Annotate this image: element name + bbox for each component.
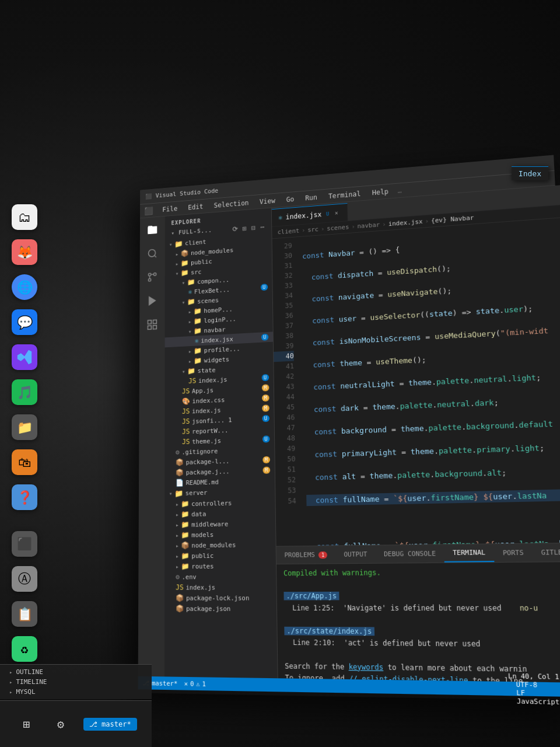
menu-file[interactable]: File — [158, 203, 181, 215]
finder-icon[interactable]: 🗂 — [12, 204, 37, 230]
file-src-indexjs-badge: M — [262, 404, 270, 411]
svg-rect-7 — [153, 320, 156, 324]
chat-icon[interactable]: 💬 — [12, 309, 37, 335]
folder-client-label: client — [185, 238, 206, 247]
errors-warnings-status[interactable]: ✕ 0 ⚠ 1 — [184, 680, 206, 688]
outline-item-mysql[interactable]: ▸ MYSQL — [5, 687, 147, 697]
folder-server-label: server — [186, 489, 207, 497]
menu-help[interactable]: Help — [368, 186, 393, 198]
tab-index-jsx-label: index.jsx — [286, 210, 322, 221]
left-dock: 🗂 🦊 🌐 💬 🎵 📁 🛍 ❓ ⬛ Ⓐ 📋 ♻ — [12, 204, 37, 662]
folder-routes[interactable]: ▸ 📁 routes — [164, 560, 276, 572]
tab-gitlens[interactable]: GITLENS — [532, 543, 560, 562]
appstore-icon[interactable]: 🛍 — [12, 449, 37, 475]
tab-close-button[interactable]: × — [332, 209, 341, 217]
error-count: 0 — [190, 680, 194, 688]
clipboard-icon[interactable]: 📋 — [12, 601, 37, 627]
terminal-icon[interactable]: ⬛ — [12, 531, 37, 557]
breadcrumb-navbar: navbar — [357, 221, 380, 230]
terminal-content: Compiled with warnings. ./src/App.js Lin… — [276, 561, 560, 683]
file-index-jsx-badge: U — [261, 334, 268, 341]
window-title: Visual Studio Code — [156, 187, 218, 200]
breadcrumb-src: src — [307, 226, 318, 234]
folder-public-label: public — [191, 257, 212, 266]
extensions-activity-icon[interactable] — [144, 316, 160, 334]
file-packagejson-badge: M — [262, 467, 270, 474]
breadcrumb-sep-5: › — [425, 218, 429, 225]
outline-item-timeline[interactable]: ▸ TIMELINE — [5, 677, 147, 687]
file-readme-label: README.md — [186, 478, 219, 486]
tab-terminal[interactable]: TERMINAL — [444, 544, 495, 562]
file-appjs-badge: M — [261, 384, 269, 391]
file-server-indexjs[interactable]: JS index.js — [164, 582, 276, 593]
floating-tab-label: Index — [519, 169, 541, 178]
file-env[interactable]: ⚙ .env — [164, 571, 276, 582]
font-manager-icon[interactable]: Ⓐ — [12, 566, 37, 592]
menu-go[interactable]: Go — [282, 194, 299, 205]
chrome-icon[interactable]: 🌐 — [12, 274, 37, 300]
folder-models-label: models — [191, 530, 214, 538]
vscode-icon[interactable] — [12, 344, 37, 370]
menu-edit[interactable]: Edit — [184, 201, 208, 213]
outline-panel: ▸ OUTLINE ▸ TIMELINE ▸ MYSQL — [0, 664, 152, 699]
file-appjs-label: App.js — [192, 386, 214, 395]
file-tree: ▾ 📁 client ▸ 📦 node_modules ▸ 📁 public ▾ — [164, 231, 276, 615]
bottom-dock: ⊞ ⚙ ⎇ master* — [0, 700, 152, 747]
folder-routes-label: routes — [191, 562, 214, 570]
recycle-icon[interactable]: ♻ — [12, 636, 37, 662]
outline-label: OUTLINE — [16, 668, 43, 676]
file-server-packagelock[interactable]: 📦 package-lock.json — [164, 592, 276, 603]
git-branch-badge[interactable]: ⎇ master* — [83, 718, 137, 731]
svg-point-2 — [148, 278, 151, 281]
dock-grid-icon[interactable]: ⊞ — [15, 713, 38, 736]
folder-public-server[interactable]: ▸ 📁 public — [164, 550, 276, 561]
file-server-packagejson[interactable]: 📦 package.json — [164, 603, 276, 615]
folder-profile-label: profile... — [204, 345, 240, 354]
tab-debug-console[interactable]: DEBUG CONSOLE — [375, 544, 444, 563]
tab-ports[interactable]: PORTS — [494, 544, 533, 562]
gitlens-label: GITLENS — [541, 548, 560, 556]
tab-output[interactable]: OUTPUT — [335, 546, 376, 564]
files-icon[interactable]: 📁 — [12, 414, 37, 440]
outline-item-outline[interactable]: ▸ OUTLINE — [5, 667, 147, 677]
breadcrumb-symbol: {ev} Navbar — [431, 214, 474, 225]
explorer-activity-icon[interactable] — [144, 221, 161, 239]
file-jsconfig-label: jsonfi... 1 — [192, 416, 232, 425]
run-debug-activity-icon[interactable] — [144, 292, 161, 310]
file-gitignore-label: .gitignore — [181, 447, 218, 456]
git-branch-icon: ⎇ — [89, 720, 97, 728]
sidebar: EXPLORER ▾ FULL-S... ⟳ ⊞ ⊟ ⋯ ▾ 📁 client … — [164, 208, 278, 678]
timeline-triangle: ▸ — [9, 679, 12, 685]
spotify-icon[interactable]: 🎵 — [12, 379, 37, 405]
file-themejs-label: theme.js — [192, 437, 221, 445]
menu-view[interactable]: View — [255, 195, 279, 207]
code-lines[interactable]: const Navbar = () => { const dispatch = … — [296, 215, 560, 546]
floating-index-tab[interactable]: Index — [512, 166, 548, 180]
terminal-panel: PROBLEMS 1 OUTPUT DEBUG CONSOLE TERMINAL… — [276, 542, 560, 683]
warning-icon: ⚠ — [196, 680, 200, 688]
svg-rect-9 — [153, 325, 156, 329]
language-status[interactable]: JavaScript JSX — [517, 697, 560, 707]
folder-middleware-label: middleware — [191, 520, 228, 528]
output-label: OUTPUT — [344, 550, 367, 558]
breadcrumb-sep-3: › — [351, 223, 355, 231]
file-server-indexjs-label: index.js — [186, 584, 215, 591]
tab-problems[interactable]: PROBLEMS 1 — [276, 546, 336, 564]
menu-overflow[interactable]: … — [397, 186, 402, 194]
menu-selection[interactable]: Selection — [209, 197, 253, 211]
help-icon[interactable]: ❓ — [12, 484, 37, 510]
firefox-icon[interactable]: 🦊 — [12, 239, 37, 265]
outline-triangle: ▸ — [9, 669, 12, 675]
file-packagejson-label: package.j... — [186, 467, 230, 476]
search-activity-icon[interactable] — [144, 245, 161, 263]
error-icon: ✕ — [184, 680, 188, 687]
menu-terminal[interactable]: Terminal — [324, 189, 365, 202]
folder-public-server-label: public — [191, 551, 214, 559]
dock-settings-icon[interactable]: ⚙ — [49, 713, 72, 736]
menu-run[interactable]: Run — [300, 192, 321, 204]
file-jsconfig-badge: U — [262, 415, 270, 422]
panel-tabs: PROBLEMS 1 OUTPUT DEBUG CONSOLE TERMINAL… — [276, 543, 560, 564]
source-control-activity-icon[interactable] — [144, 268, 161, 286]
folder-node-modules-server[interactable]: ▸ 📦 node_modules — [164, 539, 275, 551]
breadcrumb-sep-2: › — [321, 225, 325, 233]
